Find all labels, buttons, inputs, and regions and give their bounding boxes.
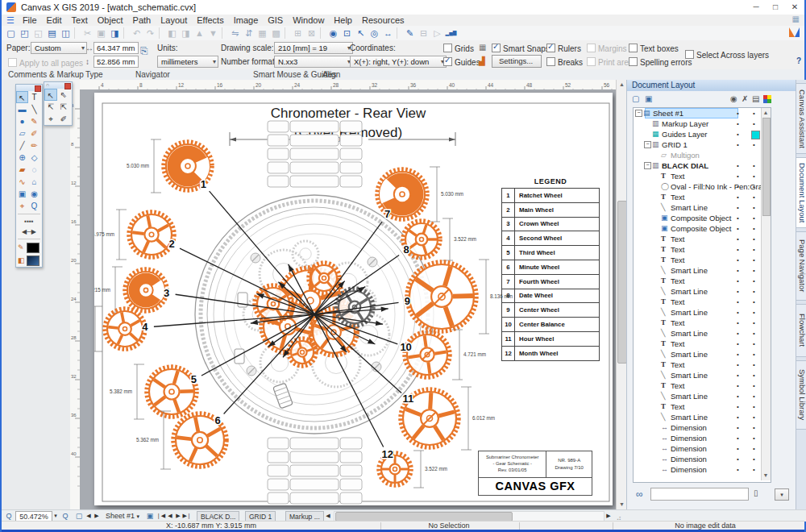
units-select[interactable]: millimeters [157,56,218,68]
tree-item-smart-line[interactable]: ╲Smart Line•• [634,370,771,380]
edit-icon[interactable]: ✎ [403,27,417,39]
visibility-dot[interactable]: • [737,297,739,307]
curve-tool[interactable]: ∿ [16,176,28,188]
line-tool[interactable]: ╲ [28,103,40,115]
visibility-icon[interactable]: ◉ [730,94,737,103]
marker-tool[interactable]: ▰ [16,164,28,176]
settings-button[interactable]: Settings... [492,55,542,68]
palette-tab-comments-markup[interactable]: Comments & Markup [8,69,84,80]
edit-dot[interactable]: • [753,213,755,223]
edit-dot[interactable]: • [753,234,755,244]
tree-item-text[interactable]: TText•• [634,380,771,391]
stroke-color-swatch[interactable] [27,243,39,253]
tree-item-multigon[interactable]: ▱Multigon [634,150,771,160]
chart-icon[interactable]: ▂▅▇ [444,27,458,39]
tree-item-text[interactable]: TText•• [634,401,771,412]
edit-dot[interactable]: • [753,223,755,234]
visibility-dot[interactable]: • [737,443,739,454]
edit-dot[interactable]: • [753,171,755,181]
spelling-errors-checkbox[interactable]: Spelling errors [629,56,692,67]
tree-item-text[interactable]: TText•• [634,192,771,202]
hand-tool[interactable]: ⌖ [16,200,28,212]
edit-dot[interactable]: • [753,464,755,475]
dash-style-picker[interactable]: ▪▪▪▪ [16,216,42,227]
tree-scrollbar[interactable]: ▲ ▼ [761,108,771,480]
last-layer-icon[interactable]: ▶❘ [182,511,192,521]
tile-icon[interactable]: ▦ [256,27,269,39]
menu-effects[interactable]: Effects [192,15,228,26]
edit-dot[interactable]: • [753,443,755,454]
menu-gis[interactable]: GIS [263,15,288,26]
tree-item-grid-1[interactable]: −▥GRID 1•• [634,139,771,150]
zoom-tool[interactable]: Q [28,200,40,212]
visibility-dot[interactable]: • [737,339,739,349]
new-sheet-icon[interactable]: ▢ [632,94,639,103]
lock-icon[interactable]: ⊞ [291,27,305,39]
cut-icon[interactable]: ✂ [81,27,94,39]
record-icon[interactable]: ◎ [368,27,381,39]
edit-dot[interactable]: • [753,391,755,401]
hscroll-right-icon[interactable]: ▶ [604,511,613,521]
tree-item-text[interactable]: TText•• [634,276,771,286]
edit-dot[interactable]: • [753,401,755,412]
menu-path[interactable]: Path [128,15,156,26]
tree-item-composite-object[interactable]: ▣Composite Object•• [634,213,771,223]
visibility-dot[interactable]: • [737,223,739,234]
menu-file[interactable]: File [18,15,42,26]
menu-object[interactable]: Object [93,15,128,26]
tool-palette-header[interactable] [16,85,42,91]
pointer-select-tool[interactable]: ↖ [44,89,57,101]
edit-dot[interactable]: • [753,349,755,360]
lasso-select-tool[interactable]: ↸ [44,101,57,113]
zoom-out-icon[interactable]: Q [4,511,14,521]
menu-resources[interactable]: Resources [357,15,409,26]
scroll-down-icon[interactable]: ▼ [762,471,770,480]
visibility-dot[interactable]: • [737,129,739,139]
fill-ink-picker[interactable]: ◧ [16,254,42,267]
panel-title[interactable]: Document Layout [627,80,796,91]
edit-dot[interactable]: • [753,286,755,297]
visibility-dot[interactable]: • [737,118,739,129]
page-icon[interactable]: ⎘ [140,45,148,56]
prev-layer-icon[interactable]: ◀ [166,511,174,521]
visibility-dot[interactable]: • [737,171,739,181]
trash-icon[interactable]: ▯ [754,488,758,497]
image-tool[interactable]: ▣ [16,188,28,200]
dock-tab-document-layout[interactable]: Document Layout [796,157,806,228]
visibility-dot[interactable]: • [737,307,739,318]
stroke-ink-picker[interactable]: ✎ [16,241,42,254]
unlock-icon[interactable]: ⊠ [305,27,318,39]
tree-item-text[interactable]: TText•• [634,339,771,349]
tree-item-guides-layer[interactable]: ▦Guides Layer• [634,129,771,139]
polygon-tool[interactable]: ◇ [28,152,40,164]
visibility-dot[interactable]: • [737,108,739,118]
save-icon[interactable]: ◱ [31,27,45,39]
menu-extra-icon[interactable]: ▦ [792,15,800,23]
canvas-vertical-scrollbar[interactable]: ▲ ▼ [616,80,627,509]
undo-icon[interactable]: ↶ [130,27,143,39]
visibility-dot[interactable]: • [737,412,739,422]
camera-tool[interactable]: ◉ [28,188,40,200]
minimize-button[interactable]: ─ [746,0,766,14]
visibility-dot[interactable]: • [737,401,739,412]
zoom-dropdown-icon[interactable]: ▾ [52,511,59,521]
tree-item-text[interactable]: TText•• [634,297,771,307]
visibility-dot[interactable]: • [737,234,739,244]
show-hide-icon[interactable]: ◉ [326,27,340,39]
prev-page-icon[interactable]: ◀ [85,511,93,521]
coordinates-select[interactable]: X(+): right, Y(+): down [350,56,447,68]
menu-hamburger-icon[interactable]: ☰ [2,15,18,26]
expander-icon[interactable]: − [635,110,642,117]
tree-item-text[interactable]: TText•• [634,244,771,255]
menu-help[interactable]: Help [329,15,357,26]
tree-item-smart-line[interactable]: ╲Smart Line•• [634,202,771,213]
flip-horizontal-icon[interactable]: ⇋ [228,27,242,39]
smart-snaps-checkbox[interactable]: Smart Snaps [492,43,550,53]
tree-item-smart-line[interactable]: ╲Smart Line•• [634,328,771,339]
visibility-dot[interactable]: • [737,286,739,297]
visibility-dot[interactable]: • [737,380,739,391]
expander-icon[interactable]: − [644,162,651,169]
edit-dot[interactable]: • [753,339,755,349]
tree-item-oval-fill-no-ink-pen-graysca[interactable]: ◯Oval - Fill:No Ink - Pen:Graysca•• [634,181,771,192]
edit-dot[interactable]: • [753,181,755,192]
